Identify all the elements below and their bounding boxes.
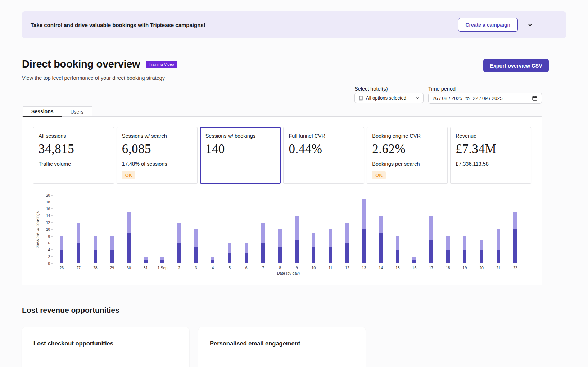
bar-stack <box>463 236 466 263</box>
create-campaign-button[interactable]: Create a campaign <box>458 18 518 32</box>
kpi-value: 0.44% <box>289 142 359 156</box>
bar-segment-top <box>497 229 500 250</box>
hotel-select-dropdown[interactable]: All options selected <box>354 93 424 103</box>
hotel-select-value: All options selected <box>366 95 406 101</box>
chart-bar-group[interactable]: 11 <box>322 195 339 271</box>
x-tick-label: 15 <box>395 266 400 271</box>
kpi-value: 34,815 <box>39 142 109 156</box>
chart-plot: 2627282930311 Sep23456789101112131415161… <box>53 195 524 271</box>
bar-stack <box>177 223 181 263</box>
kpi-sublabel: Bookings per search <box>372 161 442 167</box>
kpi-card-full-funnel-cvr[interactable]: Full funnel CVR 0.44% <box>283 127 364 184</box>
page-subtitle: View the top level performance of your d… <box>22 75 165 81</box>
training-video-badge[interactable]: Training Video <box>146 61 177 68</box>
chart-bar-group[interactable]: 28 <box>87 195 104 271</box>
x-tick-label: 18 <box>446 266 450 271</box>
chart-bar-group[interactable]: 1 Sep <box>154 195 171 271</box>
chart-bar-group[interactable]: 2 <box>171 195 188 271</box>
y-tick-label: 8 <box>48 234 53 238</box>
kpi-card-sessions-bookings[interactable]: Sessions w/ bookings 140 <box>200 127 281 184</box>
kpi-card-sessions-search[interactable]: Sessions w/ search 6,085 17.48% of sessi… <box>117 127 198 184</box>
x-tick-label: 12 <box>345 266 349 271</box>
chart-bar-group[interactable]: 6 <box>238 195 255 271</box>
kpi-card-all-sessions[interactable]: All sessions 34,815 Traffic volume <box>33 127 114 184</box>
bar-segment-bottom <box>261 243 265 263</box>
x-tick-label: 30 <box>127 266 131 271</box>
x-tick-label: 10 <box>312 266 316 271</box>
x-tick-label: 26 <box>59 266 64 271</box>
chart-bar-group[interactable]: 21 <box>490 195 507 271</box>
chart-bar-group[interactable]: 15 <box>389 195 406 271</box>
bar-segment-bottom <box>446 250 450 263</box>
x-tick-label: 9 <box>296 266 298 271</box>
chart-bar-group[interactable]: 29 <box>104 195 121 271</box>
chart-bar-group[interactable]: 14 <box>372 195 389 271</box>
bar-segment-top <box>379 216 383 233</box>
x-tick-label: 22 <box>513 266 517 271</box>
chart-bar-group[interactable]: 5 <box>221 195 238 271</box>
x-tick-label: 3 <box>195 266 197 271</box>
bar-segment-top <box>160 257 164 260</box>
bar-stack <box>160 257 164 263</box>
bar-stack <box>245 243 248 263</box>
bar-stack <box>497 229 500 263</box>
bar-segment-top <box>228 243 231 253</box>
bar-segment-top <box>446 236 450 250</box>
x-tick-label: 19 <box>463 266 467 271</box>
chart-bar-group[interactable]: 20 <box>473 195 490 271</box>
chart-bar-group[interactable]: 16 <box>406 195 423 271</box>
y-tick-label: 16 <box>46 207 53 211</box>
chart-bar-group[interactable]: 27 <box>70 195 87 271</box>
date-range-input[interactable]: 26 / 08 / 2025 to 22 / 09 / 2025 <box>428 93 542 104</box>
chart-bar-group[interactable]: 30 <box>121 195 137 271</box>
chevron-down-icon[interactable] <box>527 22 533 28</box>
chart-bar-group[interactable]: 4 <box>204 195 221 271</box>
bar-segment-top <box>144 257 148 260</box>
chart-bar-group[interactable]: 22 <box>507 195 524 271</box>
chart-bar-group[interactable]: 31 <box>137 195 154 271</box>
chart-bar-group[interactable]: 10 <box>305 195 322 271</box>
bar-segment-top <box>127 212 131 233</box>
x-tick-label: 1 Sep <box>158 266 167 271</box>
chart-bar-group[interactable]: 8 <box>272 195 289 271</box>
chart-bar-group[interactable]: 18 <box>439 195 456 271</box>
bar-segment-bottom <box>77 243 80 263</box>
export-csv-button[interactable]: Export overview CSV <box>483 59 549 72</box>
bar-segment-bottom <box>245 253 248 264</box>
kpi-card-revenue[interactable]: Revenue £7.34M £7,336,113.58 <box>450 127 531 184</box>
bar-segment-top <box>329 229 332 247</box>
tab-users[interactable]: Users <box>62 106 92 117</box>
bar-segment-top <box>110 236 114 250</box>
tab-sessions[interactable]: Sessions <box>23 106 62 117</box>
chart-bar-group[interactable]: 26 <box>53 195 70 271</box>
chart-bar-group[interactable]: 13 <box>356 195 372 271</box>
bar-stack <box>513 212 517 264</box>
chart-bar-group[interactable]: 7 <box>255 195 272 271</box>
chart-y-axis: 02468101214161820 <box>40 195 53 263</box>
bar-segment-top <box>412 257 416 260</box>
bar-stack <box>312 233 315 264</box>
bar-stack <box>412 257 416 263</box>
bar-segment-top <box>345 223 349 243</box>
bar-stack <box>295 216 299 263</box>
status-badge: OK <box>122 171 136 179</box>
bar-segment-top <box>177 223 181 243</box>
chart-bar-group[interactable]: 3 <box>187 195 204 271</box>
kpi-label: Revenue <box>456 133 526 139</box>
calendar-icon[interactable] <box>532 95 538 101</box>
card-title: Lost checkout opportunities <box>33 340 178 347</box>
kpi-card-booking-engine-cvr[interactable]: Booking engine CVR 2.62% Bookings per se… <box>367 127 448 184</box>
y-tick-label: 10 <box>46 228 53 231</box>
chart-bar-group[interactable]: 19 <box>456 195 473 271</box>
kpi-cards-row: All sessions 34,815 Traffic volume Sessi… <box>33 127 531 184</box>
bar-segment-bottom <box>60 250 63 263</box>
kpi-label: Booking engine CVR <box>372 133 442 139</box>
x-tick-label: 17 <box>429 266 433 271</box>
chart-bar-group[interactable]: 12 <box>339 195 356 271</box>
bar-stack <box>278 229 282 263</box>
bar-stack <box>345 223 349 263</box>
kpi-label: Full funnel CVR <box>289 133 359 139</box>
chart-bar-group[interactable]: 9 <box>288 195 305 271</box>
chart-bar-group[interactable]: 17 <box>423 195 440 271</box>
bar-segment-bottom <box>396 250 399 263</box>
